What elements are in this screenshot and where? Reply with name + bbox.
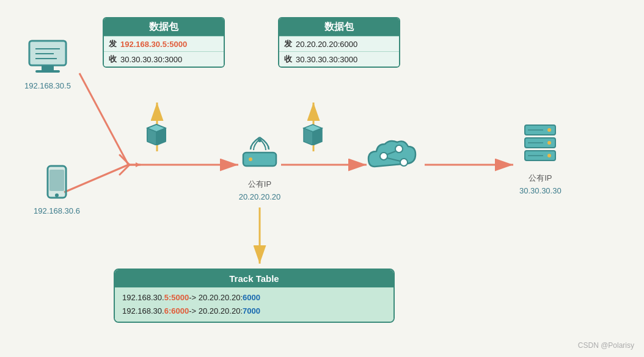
svg-point-31 <box>267 157 271 161</box>
svg-rect-20 <box>49 170 64 191</box>
track-entry-1: 192.168.30.5:5000 -> 20.20.20.20:6000 <box>122 291 386 305</box>
svg-point-21 <box>55 193 59 197</box>
track-entry2-red: 6:6000 <box>164 305 189 318</box>
svg-marker-25 <box>136 162 141 167</box>
track-entry1-part1: 192.168.30. <box>122 291 164 305</box>
svg-point-46 <box>400 159 408 166</box>
packet2-row1: 发 20.20.20.20:6000 <box>279 36 399 51</box>
svg-line-23 <box>120 165 130 175</box>
router-ip-label: 公有IP <box>238 179 281 190</box>
packet1-header: 数据包 <box>104 18 224 36</box>
track-entry2-blue: 7000 <box>243 305 260 318</box>
svg-point-50 <box>547 128 551 132</box>
packet2-row2-value: 30.30.30.30:3000 <box>296 55 357 64</box>
client1-ip: 192.168.30.5 <box>24 81 71 90</box>
merge-fork-icon <box>119 151 141 181</box>
svg-rect-27 <box>243 153 276 166</box>
track-entry2-mid: -> 20.20.20.20: <box>189 305 243 318</box>
svg-point-26 <box>258 139 262 142</box>
server-icon <box>522 122 558 168</box>
svg-point-44 <box>380 153 387 160</box>
svg-point-53 <box>547 141 551 145</box>
packet2-row1-label: 发 <box>284 38 292 49</box>
packet1-row2-value: 30.30.30.30:3000 <box>120 55 182 64</box>
svg-point-45 <box>395 145 403 153</box>
svg-point-30 <box>261 157 265 161</box>
client2-ip: 192.168.30.6 <box>34 206 80 215</box>
track-entry1-mid: -> 20.20.20.20: <box>189 291 243 305</box>
package1-icon <box>145 122 168 148</box>
track-table-header: Track Table <box>115 270 393 287</box>
client2-device: 192.168.30.6 <box>34 165 80 215</box>
svg-rect-13 <box>42 65 54 70</box>
router-icon <box>238 134 281 174</box>
packet1-row2-label: 收 <box>109 54 117 65</box>
packet1-row2: 收 30.30.30.30:3000 <box>104 51 224 67</box>
packet2-header: 数据包 <box>279 18 399 36</box>
packet1-row1-value: 192.168.30.5:5000 <box>120 40 187 49</box>
svg-line-22 <box>120 155 130 165</box>
track-table: Track Table 192.168.30.5:5000 -> 20.20.2… <box>114 269 395 323</box>
packet2-row2: 收 30.30.30.30:3000 <box>279 51 399 67</box>
packet-table-1: 数据包 发 192.168.30.5:5000 收 30.30.30.30:30… <box>103 17 225 68</box>
track-entry1-blue: 6000 <box>243 291 260 305</box>
cloud-device <box>365 133 420 178</box>
server-device: 公有IP 30.30.30.30 <box>519 122 562 195</box>
svg-point-28 <box>249 157 252 161</box>
track-entry2-part1: 192.168.30. <box>122 305 164 318</box>
cloud-icon <box>365 133 420 176</box>
diagram-container: 192.168.30.5 192.168.30.6 <box>0 0 644 357</box>
client1-device: 192.168.30.5 <box>24 40 71 90</box>
track-entry-2: 192.168.30.6:6000 -> 20.20.20.20:7000 <box>122 305 386 318</box>
packet2-row2-label: 收 <box>284 54 292 65</box>
track-table-body: 192.168.30.5:5000 -> 20.20.20.20:6000 19… <box>115 287 393 322</box>
phone-icon <box>45 165 69 201</box>
monitor-icon <box>26 40 69 76</box>
watermark: CSDN @Polarisy <box>578 341 634 350</box>
router-device: 公有IP 20.20.20.20 <box>238 134 281 201</box>
packet-table-2: 数据包 发 20.20.20.20:6000 收 30.30.30.30:300… <box>278 17 400 68</box>
packet1-row1: 发 192.168.30.5:5000 <box>104 36 224 51</box>
router-ip: 20.20.20.20 <box>238 192 281 201</box>
package2-icon <box>301 122 324 148</box>
server-ip: 30.30.30.30 <box>519 186 562 195</box>
server-ip-label: 公有IP <box>519 173 562 184</box>
svg-point-56 <box>547 154 551 157</box>
track-entry1-red: 5:5000 <box>164 291 189 305</box>
svg-point-29 <box>255 157 258 161</box>
packet2-row1-value: 20.20.20.20:6000 <box>296 40 357 49</box>
packet1-row1-label: 发 <box>109 38 117 49</box>
svg-rect-14 <box>35 70 60 73</box>
